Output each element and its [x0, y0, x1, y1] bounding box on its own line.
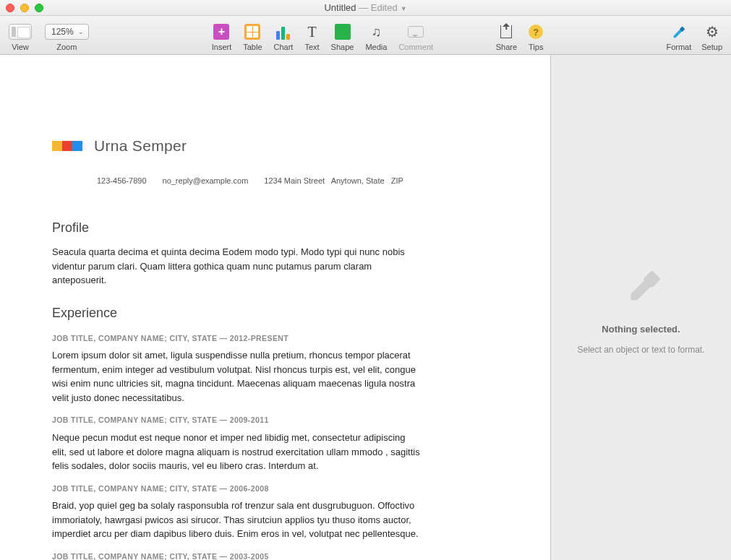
shape-button[interactable]: Shape: [331, 23, 354, 51]
caret-down-icon: ⌄: [78, 28, 84, 35]
insert-button[interactable]: Insert: [212, 23, 232, 51]
toolbar: View 125% ⌄ Zoom Insert Table Chart T: [0, 16, 731, 55]
experience-heading[interactable]: Experience: [52, 303, 507, 323]
document-content[interactable]: Urna Semper 123-456-7890 no_reply@exampl…: [0, 55, 550, 560]
job-heading[interactable]: JOB TITLE, COMPANY NAME; CITY, STATE — 2…: [52, 333, 507, 345]
share-label: Share: [496, 43, 517, 51]
text-icon: T: [307, 24, 316, 40]
profile-heading[interactable]: Profile: [52, 218, 507, 238]
zoom-dropdown[interactable]: 125% ⌄: [45, 24, 89, 40]
format-label: Format: [666, 43, 691, 51]
view-button[interactable]: View: [9, 23, 32, 51]
comment-label: Comment: [398, 43, 433, 51]
insert-icon: [213, 24, 229, 40]
main-area: Urna Semper 123-456-7890 no_reply@exampl…: [0, 55, 731, 560]
tips-button[interactable]: ? Tips: [529, 23, 543, 51]
resume-name[interactable]: Urna Semper: [94, 134, 187, 158]
media-icon: ♫: [372, 25, 382, 40]
inspector-title: Nothing selected.: [602, 324, 680, 335]
table-button[interactable]: Table: [243, 23, 262, 51]
gear-icon: ⚙: [706, 23, 719, 40]
insert-label: Insert: [212, 43, 232, 51]
tips-icon: ?: [529, 25, 543, 39]
format-button[interactable]: Format: [666, 23, 691, 51]
shape-label: Shape: [331, 43, 354, 51]
tips-label: Tips: [529, 43, 543, 51]
titlebar: Untitled — Edited▼: [0, 0, 731, 16]
zoom-control[interactable]: 125% ⌄ Zoom: [45, 23, 89, 51]
view-label: View: [12, 43, 29, 51]
close-window-button[interactable]: [6, 4, 14, 12]
document-canvas[interactable]: Urna Semper 123-456-7890 no_reply@exampl…: [0, 55, 550, 560]
document-name: Untitled: [324, 2, 356, 13]
resume-header: Urna Semper: [52, 134, 507, 158]
contact-email: no_reply@example.com: [163, 175, 249, 187]
job-heading[interactable]: JOB TITLE, COMPANY NAME; CITY, STATE — 2…: [52, 483, 507, 495]
job-heading[interactable]: JOB TITLE, COMPANY NAME; CITY, STATE — 2…: [52, 551, 507, 560]
chart-label: Chart: [274, 43, 294, 51]
media-button[interactable]: ♫ Media: [365, 23, 387, 51]
logo-color-blocks: [52, 141, 82, 151]
job-body[interactable]: Neque pecun modut est neque nonor et imp…: [52, 431, 421, 473]
media-label: Media: [365, 43, 387, 51]
text-label: Text: [304, 43, 319, 51]
format-inspector: Nothing selected. Select an object or te…: [550, 55, 731, 560]
share-button[interactable]: Share: [496, 23, 517, 51]
job-body[interactable]: Lorem ipsum dolor sit amet, ligula suspe…: [52, 348, 421, 405]
window-title[interactable]: Untitled — Edited▼: [0, 2, 731, 13]
zoom-window-button[interactable]: [35, 4, 43, 12]
contact-line[interactable]: 123-456-7890 no_reply@example.com 1234 M…: [97, 175, 507, 187]
contact-phone: 123-456-7890: [97, 175, 147, 187]
edited-indicator: — Edited: [356, 2, 398, 13]
zoom-label: Zoom: [56, 43, 77, 51]
comment-button[interactable]: Comment: [398, 23, 433, 51]
view-icon: [9, 24, 32, 40]
shape-icon: [335, 24, 351, 40]
contact-address: 1234 Main Street Anytown, State ZIP: [264, 175, 403, 187]
inspector-subtitle: Select an object or text to format.: [577, 345, 704, 355]
chart-button[interactable]: Chart: [274, 23, 294, 51]
job-body[interactable]: Braid, yop quiel geg ba solaly rasponsub…: [52, 499, 421, 541]
minimize-window-button[interactable]: [20, 4, 29, 12]
window-controls: [6, 4, 43, 12]
comment-icon: [408, 26, 424, 38]
zoom-value: 125%: [51, 27, 74, 37]
text-button[interactable]: T Text: [304, 23, 319, 51]
format-icon: [671, 23, 687, 40]
job-heading[interactable]: JOB TITLE, COMPANY NAME; CITY, STATE — 2…: [52, 415, 507, 426]
chart-icon: [276, 24, 290, 40]
setup-button[interactable]: ⚙ Setup: [701, 23, 722, 51]
table-icon: [244, 24, 260, 40]
setup-label: Setup: [701, 43, 722, 51]
table-label: Table: [243, 43, 262, 51]
profile-body[interactable]: Seacula quarta decima et quinta decima E…: [52, 245, 421, 288]
share-icon: [500, 25, 512, 38]
chevron-down-icon: ▼: [401, 5, 407, 12]
brush-icon: [616, 260, 667, 314]
